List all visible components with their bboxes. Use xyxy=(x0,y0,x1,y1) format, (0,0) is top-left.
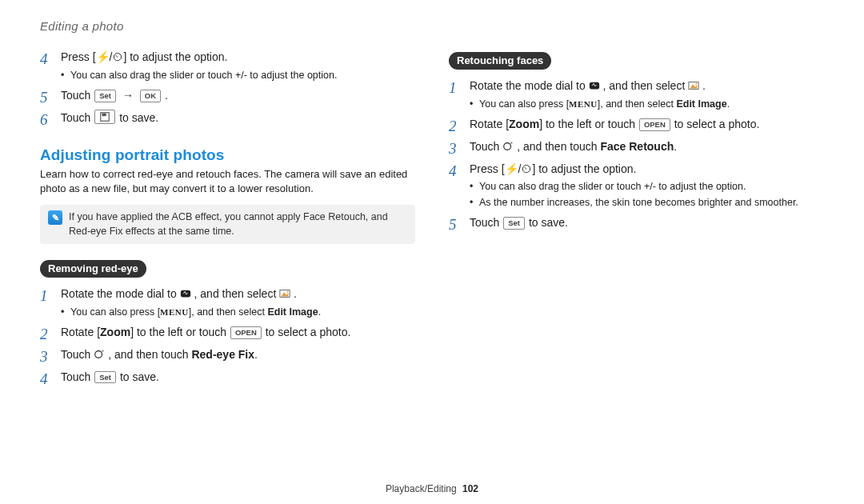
step-text: Press [⚡/⏲] to adjust the option. xyxy=(470,162,636,175)
mode-dial-magic-icon xyxy=(180,288,191,299)
note-box: ✎ If you have applied the ACB effect, yo… xyxy=(40,205,415,244)
sub-text: You can also drag the slider or touch +/… xyxy=(61,69,415,83)
step: Rotate the mode dial to , and then selec… xyxy=(449,78,824,111)
edit-image-icon xyxy=(688,80,699,91)
step: Touch Set to save. xyxy=(40,369,415,386)
sub-text: You can also press [MENU], and then sele… xyxy=(61,306,415,320)
svg-point-6 xyxy=(95,351,102,358)
footer: Playback/Editing 102 xyxy=(0,483,864,494)
right-column: Retouching faces Rotate the mode dial to… xyxy=(449,49,824,391)
step: Touch Set → OK . xyxy=(40,87,415,105)
sub-text: You can also drag the slider or touch +/… xyxy=(470,180,824,194)
page: Editing a photo Press [⚡/⏲] to adjust th… xyxy=(0,0,864,504)
step: Press [⚡/⏲] to adjust the option. You ca… xyxy=(40,49,415,82)
retouch-icon xyxy=(94,349,105,360)
arrow-icon: → xyxy=(122,89,134,102)
step: Touch , and then touch Face Retouch. xyxy=(449,138,824,156)
svg-point-11 xyxy=(504,143,511,150)
section-intro: Learn how to correct red-eye and retouch… xyxy=(40,167,415,198)
menu-button-icon: MENU xyxy=(569,99,598,109)
step: Rotate [Zoom] to the left or touch OPEN … xyxy=(40,324,415,342)
step: Touch to save. xyxy=(40,110,415,127)
menu-button-icon: MENU xyxy=(160,307,189,317)
step-text: Press [⚡/⏲] to adjust the option. xyxy=(61,50,227,63)
sub-text: You can also press [MENU], and then sele… xyxy=(470,98,824,112)
edit-image-icon xyxy=(279,288,290,299)
svg-rect-1 xyxy=(102,114,106,117)
step: Press [⚡/⏲] to adjust the option. You ca… xyxy=(449,161,824,210)
svg-point-5 xyxy=(287,291,289,293)
step-post: . xyxy=(294,287,297,300)
step-pre: Touch xyxy=(61,89,94,102)
step: Rotate [Zoom] to the left or touch OPEN … xyxy=(449,116,824,134)
left-column: Press [⚡/⏲] to adjust the option. You ca… xyxy=(40,49,415,391)
set-button-icon: Set xyxy=(94,90,116,102)
step-post: . xyxy=(165,89,168,102)
save-button-icon xyxy=(94,110,115,124)
step: Touch , and then touch Red-eye Fix. xyxy=(40,346,415,364)
retouch-icon xyxy=(502,141,514,152)
svg-point-10 xyxy=(696,83,698,85)
step-mid: , and then select xyxy=(194,287,280,300)
ok-button-icon: OK xyxy=(140,90,161,102)
set-button-icon: Set xyxy=(94,371,116,383)
step-pre: Touch xyxy=(61,111,94,124)
page-number: 102 xyxy=(462,483,478,494)
subsection-pill: Retouching faces xyxy=(449,52,551,70)
note-text: If you have applied the ACB effect, you … xyxy=(69,210,407,238)
step: Rotate the mode dial to , and then selec… xyxy=(40,286,415,319)
mode-dial-magic-icon xyxy=(589,80,600,91)
step-post: to save. xyxy=(119,111,158,124)
subsection-pill: Removing red-eye xyxy=(40,260,146,278)
section-heading: Adjusting portrait photos xyxy=(40,146,415,164)
set-button-icon: Set xyxy=(503,217,525,229)
open-button-icon: OPEN xyxy=(639,118,670,130)
footer-section: Playback/Editing xyxy=(386,483,457,494)
open-button-icon: OPEN xyxy=(230,326,262,338)
step: Touch Set to save. xyxy=(449,214,824,232)
step-pre: Rotate the mode dial to xyxy=(61,287,180,300)
note-icon: ✎ xyxy=(48,210,62,225)
sub-text: As the number increases, the skin tone b… xyxy=(470,196,824,210)
page-header: Editing a photo xyxy=(40,19,824,33)
